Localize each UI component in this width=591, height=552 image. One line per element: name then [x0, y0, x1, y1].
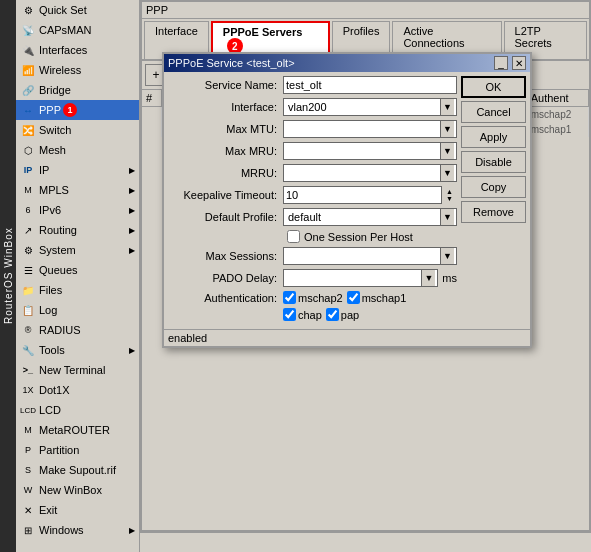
keepalive-down-arrow[interactable]: ▼ — [446, 195, 453, 202]
sidebar-item-label: Files — [39, 284, 62, 296]
sidebar-item-label: MPLS — [39, 184, 69, 196]
copy-button[interactable]: Copy — [461, 176, 526, 198]
sidebar-item-label: LCD — [39, 404, 61, 416]
sidebar-item-dot1x[interactable]: 1X Dot1X — [16, 380, 139, 400]
max-sessions-select[interactable]: ▼ — [283, 247, 457, 265]
partition-icon: P — [20, 442, 36, 458]
tools-icon: 🔧 — [20, 342, 36, 358]
sidebar-item-ppp[interactable]: ↔ PPP 1 — [16, 100, 139, 120]
default-profile-select[interactable]: default ▼ — [283, 208, 457, 226]
row-num — [142, 122, 162, 137]
pado-delay-select[interactable]: ▼ — [283, 269, 438, 287]
auth-mschap2-label: mschap2 — [298, 292, 343, 304]
sidebar-item-radius[interactable]: ® RADIUS — [16, 320, 139, 340]
sidebar-item-queues[interactable]: ☰ Queues — [16, 260, 139, 280]
sidebar-item-switch[interactable]: 🔀 Switch — [16, 120, 139, 140]
sidebar-item-ipv6[interactable]: 6 IPv6 ▶ — [16, 200, 139, 220]
auth-mschap2-checkbox[interactable] — [283, 291, 296, 304]
log-icon: 📋 — [20, 302, 36, 318]
sidebar-item-label: New Terminal — [39, 364, 105, 376]
tools-arrow: ▶ — [129, 346, 135, 355]
sidebar-item-log[interactable]: 📋 Log — [16, 300, 139, 320]
new-terminal-icon: >_ — [20, 362, 36, 378]
queues-icon: ☰ — [20, 262, 36, 278]
dialog-close-button[interactable]: ✕ — [512, 56, 526, 70]
ipv6-arrow: ▶ — [129, 206, 135, 215]
max-mru-select[interactable]: ▼ — [283, 142, 457, 160]
apply-button[interactable]: Apply — [461, 126, 526, 148]
sidebar-item-interfaces[interactable]: 🔌 Interfaces — [16, 40, 139, 60]
sidebar-item-label: System — [39, 244, 76, 256]
sidebar-item-partition[interactable]: P Partition — [16, 440, 139, 460]
interface-dropdown-icon: ▼ — [440, 99, 454, 115]
keepalive-label: Keepalive Timeout: — [168, 189, 283, 201]
auth-pap-checkbox[interactable] — [326, 308, 339, 321]
max-mru-row: Max MRU: ▼ — [168, 142, 457, 160]
keepalive-wrap: ▲ ▼ — [283, 186, 457, 204]
sidebar-item-new-winbox[interactable]: W New WinBox — [16, 480, 139, 500]
sidebar-item-lcd[interactable]: LCD LCD — [16, 400, 139, 420]
col-authent: Authent — [527, 90, 589, 106]
max-mtu-label: Max MTU: — [168, 123, 283, 135]
sidebar-item-capsman[interactable]: 📡 CAPsMAN — [16, 20, 139, 40]
sidebar-item-mpls[interactable]: M MPLS ▶ — [16, 180, 139, 200]
ppp-title: PPP — [146, 4, 168, 16]
sidebar-item-windows[interactable]: ⊞ Windows ▶ — [16, 520, 139, 540]
routing-icon: ↗ — [20, 222, 36, 238]
auth-chap-checkbox[interactable] — [283, 308, 296, 321]
dialog-titlebar: PPPoE Service <test_olt> _ ✕ — [164, 54, 530, 72]
pado-delay-label: PADO Delay: — [168, 272, 283, 284]
capsman-icon: 📡 — [20, 22, 36, 38]
sidebar-item-bridge[interactable]: 🔗 Bridge — [16, 80, 139, 100]
sidebar-item-exit[interactable]: ✕ Exit — [16, 500, 139, 520]
sidebar-item-mesh[interactable]: ⬡ Mesh — [16, 140, 139, 160]
default-profile-row: Default Profile: default ▼ — [168, 208, 457, 226]
remove-button[interactable]: Remove — [461, 201, 526, 223]
keepalive-up-arrow[interactable]: ▲ — [446, 188, 453, 195]
sidebar-item-metarouter[interactable]: M MetaROUTER — [16, 420, 139, 440]
sidebar-item-label: Partition — [39, 444, 79, 456]
sidebar-item-label: Queues — [39, 264, 78, 276]
sidebar-item-label: CAPsMAN — [39, 24, 92, 36]
add-icon: + — [152, 68, 159, 82]
keepalive-spinner[interactable]: ▲ ▼ — [441, 186, 457, 204]
dialog-status: enabled — [168, 332, 207, 344]
sidebar-item-ip[interactable]: IP IP ▶ — [16, 160, 139, 180]
switch-icon: 🔀 — [20, 122, 36, 138]
sidebar-item-files[interactable]: 📁 Files — [16, 280, 139, 300]
sidebar-item-tools[interactable]: 🔧 Tools ▶ — [16, 340, 139, 360]
sidebar-item-make-supout[interactable]: S Make Supout.rif — [16, 460, 139, 480]
auth-mschap2: mschap2 — [283, 291, 343, 304]
keepalive-input[interactable] — [283, 186, 457, 204]
sidebar-item-label: Mesh — [39, 144, 66, 156]
sidebar-item-wireless[interactable]: 📶 Wireless — [16, 60, 139, 80]
pado-delay-unit: ms — [442, 272, 457, 284]
interface-select[interactable]: vlan200 ▼ — [283, 98, 457, 116]
pado-delay-dropdown-icon: ▼ — [421, 270, 435, 286]
brand-label: RouterOS WinBox — [0, 0, 16, 552]
service-name-input[interactable] — [283, 76, 457, 94]
max-mtu-select[interactable]: ▼ — [283, 120, 457, 138]
ipv6-icon: 6 — [20, 202, 36, 218]
sidebar-item-routing[interactable]: ↗ Routing ▶ — [16, 220, 139, 240]
one-session-checkbox[interactable] — [287, 230, 300, 243]
default-profile-dropdown-icon: ▼ — [440, 209, 454, 225]
mrru-select[interactable]: ▼ — [283, 164, 457, 182]
sidebar-item-quick-set[interactable]: ⚙ Quick Set — [16, 0, 139, 20]
sidebar-item-label: IPv6 — [39, 204, 61, 216]
cancel-button[interactable]: Cancel — [461, 101, 526, 123]
ip-arrow: ▶ — [129, 166, 135, 175]
sidebar-item-system[interactable]: ⚙ System ▶ — [16, 240, 139, 260]
row-authent-2: mschap1 — [527, 122, 589, 137]
max-sessions-row: Max Sessions: ▼ — [168, 247, 457, 265]
auth-pap: pap — [326, 308, 359, 321]
auth-mschap1-checkbox[interactable] — [347, 291, 360, 304]
disable-button[interactable]: Disable — [461, 151, 526, 173]
ppp-window: PPP Interface PPPoE Servers 2 Profiles A… — [140, 0, 591, 532]
sidebar-item-new-terminal[interactable]: >_ New Terminal — [16, 360, 139, 380]
row-authent-1: mschap2 — [527, 107, 589, 122]
make-supout-icon: S — [20, 462, 36, 478]
sidebar-item-label: Make Supout.rif — [39, 464, 116, 476]
ok-button[interactable]: OK — [461, 76, 526, 98]
dialog-minimize-button[interactable]: _ — [494, 56, 508, 70]
